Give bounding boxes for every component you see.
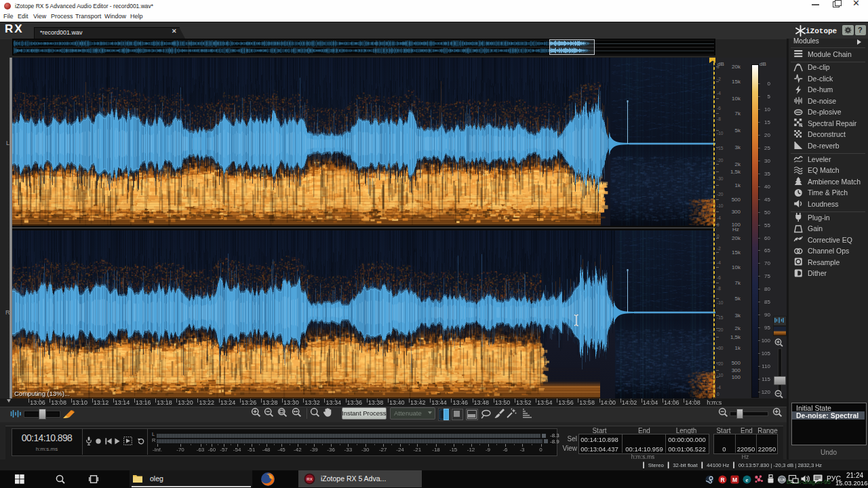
svg-text:R: R: [720, 476, 724, 483]
svg-text:e: e: [746, 476, 749, 483]
svg-text:KUK: KUK: [778, 478, 786, 482]
svg-text:M: M: [732, 476, 737, 483]
svg-text:RX: RX: [307, 477, 312, 481]
